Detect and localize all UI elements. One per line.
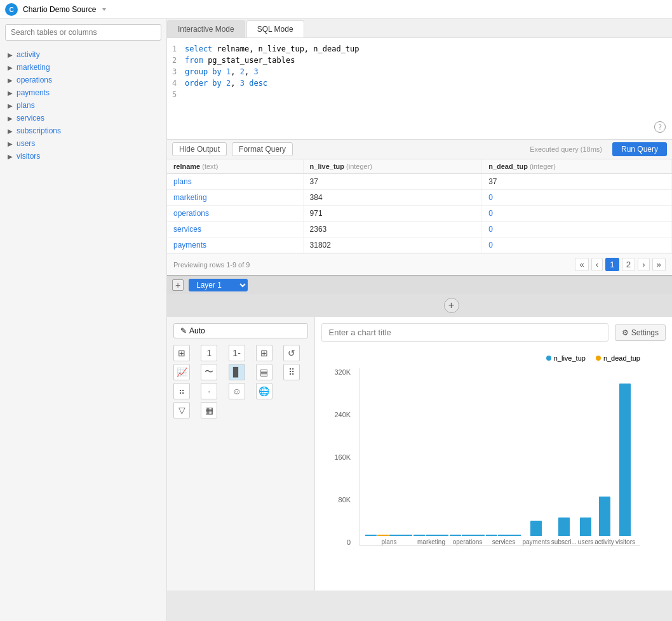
table-name: activity [17, 50, 40, 59]
bar-chart-icon[interactable]: ▊ [229, 364, 245, 380]
bar-connector-line [389, 535, 412, 536]
dot-icon[interactable]: · [201, 383, 217, 399]
chart-display: ⚙ Settings n_live_tup [315, 317, 672, 591]
chart-controls: ✎ Auto ⊞ 1 1- ⊞ ↺ 📈 〜 ▊ [167, 317, 315, 591]
run-query-button[interactable]: Run Query [612, 142, 667, 156]
format-query-button[interactable]: Format Query [232, 142, 293, 156]
page-1[interactable]: 1 [605, 258, 619, 271]
add-layer-button[interactable]: + [172, 279, 184, 291]
tab-sql[interactable]: SQL Mode [246, 20, 304, 37]
table-row: plans 37 37 [167, 174, 672, 190]
trend-icon[interactable]: 〜 [201, 364, 217, 380]
table-row: payments 31802 0 [167, 237, 672, 253]
cell-ndead: 37 [482, 174, 672, 190]
summary-icon[interactable]: ▦ [201, 402, 217, 418]
dot-grid-icon[interactable]: ⠿ [283, 364, 300, 380]
sql-editor[interactable]: 1select relname, n_live_tup, n_dead_tup … [167, 38, 672, 140]
sidebar-item-payments[interactable]: ▶payments [0, 86, 166, 99]
sidebar-item-marketing[interactable]: ▶marketing [0, 61, 166, 74]
settings-button[interactable]: ⚙ Settings [615, 324, 666, 341]
auto-button[interactable]: ✎ Auto [173, 323, 308, 338]
line-chart-icon[interactable]: 📈 [173, 364, 190, 380]
chart-type-icons-row1: ⊞ 1 1- ⊞ ↺ [173, 345, 308, 361]
col-header-relname: relname (text) [167, 159, 303, 174]
tab-interactive[interactable]: Interactive Mode [167, 20, 245, 37]
bar-group-subscri: subscri... [551, 518, 577, 545]
page-prev[interactable]: ‹ [591, 258, 603, 271]
bar-label: operations [453, 538, 483, 545]
hide-output-button[interactable]: Hide Output [172, 142, 227, 156]
sidebar: ▶activity▶marketing▶operations▶payments▶… [0, 19, 167, 621]
sidebar-item-users[interactable]: ▶users [0, 137, 166, 150]
page-next[interactable]: › [638, 258, 649, 271]
chevron-right-icon: ▶ [8, 115, 13, 122]
bar-connector-line [462, 535, 485, 536]
cell-nlive: 384 [303, 190, 482, 206]
cell-nlive: 2363 [303, 222, 482, 237]
bars-container: plansmarketingoperationsservicespayments… [360, 368, 640, 546]
svg-text:C: C [9, 6, 13, 13]
main-layout: ▶activity▶marketing▶operations▶payments▶… [0, 19, 672, 621]
col-header-nlive: n_live_tup (integer) [303, 159, 482, 174]
table-name: users [17, 139, 35, 148]
y-axis: 320K 240K 160K 80K 0 [334, 368, 351, 546]
layer-select[interactable]: Layer 1 [189, 279, 248, 291]
add-plus-button[interactable]: + [444, 298, 459, 313]
bar-group-users: users [578, 518, 593, 545]
help-icon[interactable]: ? [654, 121, 666, 133]
dropdown-icon[interactable] [101, 6, 107, 13]
page-first[interactable]: « [575, 258, 588, 271]
table-icon[interactable]: ⊞ [173, 345, 190, 361]
page-last[interactable]: » [652, 258, 666, 271]
chevron-right-icon: ▶ [8, 64, 13, 71]
sidebar-item-subscriptions[interactable]: ▶subscriptions [0, 124, 166, 137]
bar-dead [377, 535, 389, 536]
number-dec-icon[interactable]: 1- [229, 345, 245, 361]
bar-live [413, 535, 425, 536]
bar-group-plans: plans [365, 535, 412, 545]
legend-dot-dead [596, 356, 601, 361]
number-icon[interactable]: 1 [201, 345, 217, 361]
page-2[interactable]: 2 [622, 258, 635, 271]
col-header-ndead: n_dead_tup (integer) [482, 159, 672, 174]
cell-relname: operations [167, 206, 303, 222]
chart-legend: n_live_tup n_dead_tup [360, 354, 640, 362]
table-name: visitors [17, 152, 40, 161]
cell-nlive: 37 [303, 174, 482, 190]
bar-vert-icon[interactable]: ▤ [256, 364, 272, 380]
sidebar-item-activity[interactable]: ▶activity [0, 48, 166, 61]
table-row: operations 971 0 [167, 206, 672, 222]
bar-live [599, 497, 610, 536]
table-name: payments [17, 88, 50, 97]
pagination: Previewing rows 1-9 of 9 « ‹ 1 2 › » [167, 253, 672, 275]
output-bar: Hide Output Format Query Executed query … [167, 140, 672, 159]
sidebar-item-operations[interactable]: ▶operations [0, 74, 166, 86]
right-content: Interactive Mode SQL Mode 1select relnam… [167, 19, 672, 621]
cell-relname: services [167, 222, 303, 237]
chart-body: 320K 240K 160K 80K 0 plansmarketingopera… [360, 368, 640, 546]
chevron-right-icon: ▶ [8, 153, 13, 160]
bar-group-operations: operations [450, 535, 485, 545]
cell-ndead: 0 [482, 206, 672, 222]
globe-icon[interactable]: 🌐 [256, 383, 272, 399]
bar-label: plans [382, 538, 397, 545]
cluster-icon[interactable]: ⠶ [173, 383, 190, 399]
bar-live [450, 535, 461, 536]
bar-group-activity: activity [595, 497, 614, 545]
refresh-icon[interactable]: ↺ [283, 345, 300, 361]
svg-marker-2 [102, 8, 106, 11]
table-name: plans [17, 101, 35, 110]
chart-title-input[interactable] [321, 323, 608, 342]
chevron-right-icon: ▶ [8, 51, 13, 58]
link-icon[interactable]: ⊞ [256, 345, 272, 361]
emoji-icon[interactable]: ☺ [229, 383, 245, 399]
sidebar-item-services[interactable]: ▶services [0, 112, 166, 124]
bar-live [580, 518, 591, 536]
sidebar-item-visitors[interactable]: ▶visitors [0, 150, 166, 163]
bar-group-services: services [486, 535, 521, 545]
sidebar-item-plans[interactable]: ▶plans [0, 99, 166, 112]
legend-label-dead: n_dead_tup [603, 354, 640, 362]
table-row: services 2363 0 [167, 222, 672, 237]
filter-icon[interactable]: ▽ [173, 402, 190, 418]
search-input[interactable] [5, 24, 161, 41]
